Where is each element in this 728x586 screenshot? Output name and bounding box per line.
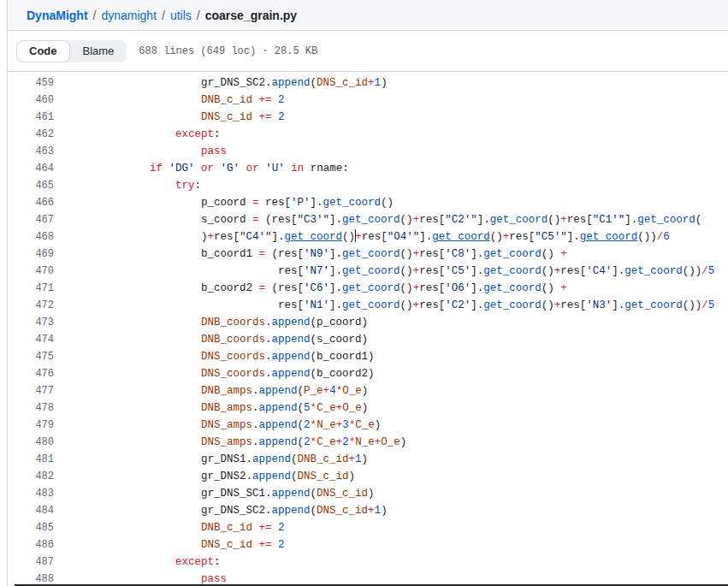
code-line: 467 s_coord = (res["C3'"].get_coord()+re…: [8, 211, 728, 228]
breadcrumb-separator: /: [197, 9, 200, 22]
line-number[interactable]: 468: [8, 228, 54, 246]
code-token: [98, 402, 201, 414]
line-number[interactable]: 479: [8, 417, 54, 434]
code-line-content[interactable]: p_coord = res['P'].get_coord(): [98, 194, 394, 211]
code-line-content[interactable]: try:: [98, 177, 201, 194]
tab-blame[interactable]: Blame: [70, 40, 127, 62]
line-number[interactable]: 472: [8, 297, 54, 314]
code-line-content[interactable]: DNB_c_id += 2: [98, 92, 285, 109]
code-token: get_coord: [637, 214, 695, 226]
code-line-content[interactable]: DNB_coords.append(s_coord): [98, 331, 368, 348]
code-token: 1: [375, 505, 382, 517]
line-number[interactable]: 470: [8, 263, 54, 280]
code-line-content[interactable]: DNS_coords.append(b_coord2): [98, 365, 375, 382]
code-line-content[interactable]: DNB_coords.append(p_coord): [98, 314, 368, 331]
code-token: 2: [278, 522, 285, 534]
line-number[interactable]: 460: [8, 92, 54, 109]
code-line-content[interactable]: b_coord1 = (res['N9'].get_coord()+res['C…: [98, 246, 567, 263]
breadcrumb-link-utils[interactable]: utils: [170, 9, 192, 22]
code-token: ): [98, 231, 208, 243]
code-line-content[interactable]: res['N7'].get_coord()+res['C5'].get_coor…: [98, 263, 714, 280]
line-number[interactable]: 475: [8, 348, 54, 365]
code-token: [163, 163, 169, 175]
code-token: .: [252, 436, 259, 448]
code-token: 2: [278, 94, 285, 106]
breadcrumb-link-dynamight[interactable]: DynaMight: [27, 9, 88, 22]
code-viewer[interactable]: 459 gr_DNS_SC2.append(DNS_c_id+1)460 DNB…: [8, 72, 728, 586]
line-number[interactable]: 464: [8, 160, 54, 177]
code-token: ].: [471, 282, 483, 294]
code-line-content[interactable]: gr_DNS_SC2.append(DNS_c_id+1): [98, 502, 388, 519]
line-number[interactable]: 462: [8, 126, 54, 143]
code-token: ): [349, 471, 356, 482]
code-line: 461 DNS_c_id += 2: [8, 109, 728, 126]
code-token: pass: [201, 145, 227, 157]
code-line-content[interactable]: DNS_amps.append(2*C_e+2*N_e+O_e): [98, 434, 406, 451]
code-line-content[interactable]: DNB_c_id += 2: [98, 519, 285, 536]
line-number[interactable]: 469: [8, 246, 54, 263]
code-token: +: [413, 282, 420, 294]
tab-code[interactable]: Code: [16, 40, 70, 62]
code-line-content[interactable]: DNS_amps.append(2*N_e+3*C_e): [98, 417, 381, 434]
line-number[interactable]: 478: [8, 400, 54, 417]
line-number[interactable]: 477: [8, 382, 54, 400]
code-line-content[interactable]: gr_DNS1.append(DNB_c_id+1): [98, 451, 368, 468]
code-line-content[interactable]: s_coord = (res["C3'"].get_coord()+res["C…: [98, 211, 701, 228]
code-line: 459 gr_DNS_SC2.append(DNS_c_id+1): [8, 74, 728, 92]
code-line-content[interactable]: gr_DNS_SC1.append(DNS_c_id): [98, 485, 375, 502]
code-token: "C4'": [240, 231, 272, 243]
code-line-content[interactable]: DNS_c_id += 2: [98, 109, 285, 126]
code-token: append: [259, 419, 298, 431]
code-token: res[: [419, 299, 445, 311]
code-token: append: [259, 385, 298, 397]
code-token: ].: [329, 265, 342, 277]
code-line-content[interactable]: res['N1'].get_coord()+res['C2'].get_coor…: [98, 297, 714, 314]
code-line: 469 b_coord1 = (res['N9'].get_coord()+re…: [8, 246, 728, 263]
code-token: .: [252, 419, 259, 431]
code-line-content[interactable]: )+res["C4'"].get_coord()+res["O4'"].get_…: [98, 228, 670, 246]
code-line-content[interactable]: b_coord2 = (res['C6'].get_coord()+res['O…: [98, 280, 567, 297]
line-number[interactable]: 471: [8, 280, 54, 297]
line-number[interactable]: 465: [8, 177, 54, 194]
line-number[interactable]: 482: [8, 468, 54, 485]
line-number[interactable]: 481: [8, 451, 54, 468]
code-line-content[interactable]: DNS_coords.append(b_coord1): [98, 348, 375, 365]
code-token: [98, 94, 201, 106]
line-number[interactable]: 473: [8, 314, 54, 331]
line-number[interactable]: 476: [8, 365, 54, 382]
code-line-content[interactable]: DNS_c_id += 2: [98, 536, 285, 553]
line-number[interactable]: 483: [8, 485, 54, 502]
line-number[interactable]: 480: [8, 434, 54, 451]
code-line-content[interactable]: except:: [98, 126, 221, 143]
code-token: +=: [259, 539, 272, 551]
code-token: (res[: [265, 282, 304, 294]
code-token: 2: [342, 436, 349, 448]
code-token: append: [259, 436, 298, 448]
line-number[interactable]: 467: [8, 211, 54, 228]
code-line-content[interactable]: DNB_amps.append(P_e+4*O_e): [98, 382, 368, 400]
code-token: res[: [509, 231, 535, 243]
line-number[interactable]: 486: [8, 536, 54, 553]
line-number[interactable]: 487: [8, 553, 54, 571]
code-token: gr_DNS2.: [98, 471, 252, 482]
code-line-content[interactable]: if 'DG' or 'G' or 'U' in rname:: [98, 160, 349, 177]
code-token: +: [413, 299, 420, 311]
code-line-content[interactable]: DNB_amps.append(5*C_e+O_e): [98, 400, 368, 417]
line-number[interactable]: 463: [8, 143, 54, 160]
breadcrumb-link-dynamight[interactable]: dynamight: [101, 9, 157, 22]
code-line-content[interactable]: gr_DNS2.append(DNS_c_id): [98, 468, 355, 485]
line-number[interactable]: 459: [8, 74, 54, 92]
line-number[interactable]: 461: [8, 109, 54, 126]
line-number[interactable]: 474: [8, 331, 54, 348]
code-line-content[interactable]: pass: [98, 143, 227, 160]
line-number[interactable]: 484: [8, 502, 54, 519]
code-token: (): [342, 231, 355, 243]
code-line-content[interactable]: gr_DNS_SC2.append(DNS_c_id+1): [98, 74, 388, 92]
code-line: 474 DNB_coords.append(s_coord): [8, 331, 728, 348]
code-token: :: [214, 556, 221, 568]
code-token: +: [560, 282, 567, 294]
code-token: try: [175, 180, 195, 192]
line-number[interactable]: 466: [8, 194, 54, 211]
code-line-content[interactable]: except:: [98, 553, 221, 571]
line-number[interactable]: 485: [8, 519, 54, 536]
